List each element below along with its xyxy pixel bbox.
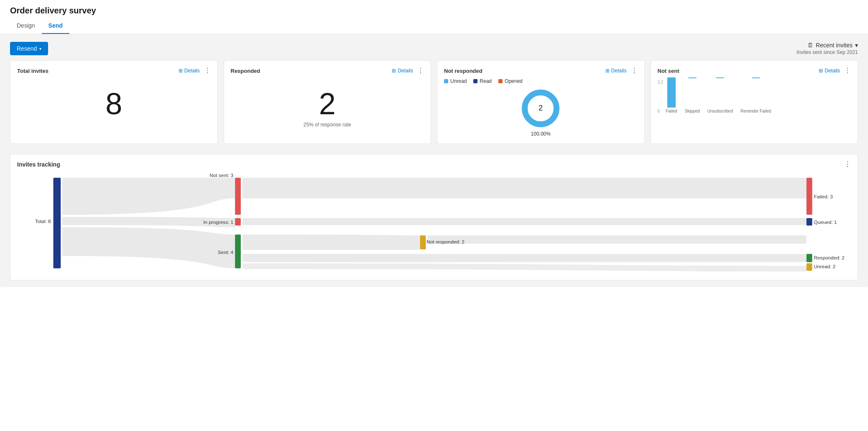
bar-skipped-label: Skipped: [685, 109, 700, 113]
responded-content: 2 25% of response rate: [231, 78, 424, 128]
legend-label-unread: Unread: [450, 78, 467, 84]
responded-more-button[interactable]: ⋮: [417, 67, 424, 74]
bar-reminder-failed: Reminder Failed: [740, 77, 771, 113]
tracking-card: Invites tracking ⋮: [10, 154, 858, 280]
svg-text:Unread: 2: Unread: 2: [814, 264, 836, 269]
y-low: 0: [658, 109, 664, 113]
y-axis: 3.2 0: [658, 80, 664, 113]
svg-text:Sent: 4: Sent: 4: [218, 249, 234, 255]
resend-label: Resend: [17, 45, 37, 52]
y-high: 3.2: [658, 80, 664, 85]
svg-text:In progress: 1: In progress: 1: [203, 219, 233, 225]
bar-skipped-rect: [688, 77, 697, 78]
bars-container: Failed Skipped Unsubscribed Reminder Fai…: [666, 80, 771, 113]
node-unread: [807, 263, 812, 271]
bar-failed-rect: [667, 77, 676, 108]
bar-reminder-failed-label: Reminder Failed: [740, 109, 771, 113]
bar-skipped: Skipped: [685, 77, 700, 113]
svg-text:Failed: 3: Failed: 3: [814, 194, 833, 199]
sankey-svg: Total: 8 Not sent: 3 In progress: 1 Sent…: [17, 173, 851, 273]
recent-invites-label: Recent invites: [816, 42, 853, 49]
legend-dot-opened: [498, 79, 503, 83]
node-in-progress: [235, 218, 241, 226]
not-sent-more-button[interactable]: ⋮: [844, 67, 851, 74]
node-not-sent: [235, 178, 241, 215]
page-title: Order delivery survey: [10, 6, 858, 15]
total-invites-more-button[interactable]: ⋮: [204, 67, 211, 74]
total-invites-card: Total invites ⊞ Details ⋮ 8: [10, 60, 218, 144]
donut-wrapper: 2 100.00%: [444, 87, 638, 137]
responded-title: Responded: [231, 68, 260, 74]
svg-text:Responded: 2: Responded: 2: [814, 255, 845, 260]
table-icon: ⊞: [392, 68, 396, 74]
not-sent-actions: ⊞ Details ⋮: [819, 67, 851, 74]
svg-text:Queued: 1: Queued: 1: [814, 219, 837, 225]
not-sent-title: Not sent: [658, 68, 679, 74]
not-responded-details-label: Details: [611, 68, 627, 74]
node-queued: [807, 218, 812, 226]
not-responded-card: Not responded ⊞ Details ⋮ Unread Read: [437, 60, 645, 144]
recent-invites-container: 🗓 Recent invites ▾ Invites sent since Se…: [797, 42, 858, 55]
total-invites-value: 8: [17, 78, 211, 125]
svg-text:2: 2: [539, 104, 543, 112]
page-wrapper: Order delivery survey Design Send Resend…: [0, 0, 868, 431]
legend-label-read: Read: [480, 78, 492, 84]
table-icon: ⊞: [179, 68, 183, 74]
node-responded: [807, 254, 812, 262]
bar-reminder-failed-rect: [752, 77, 760, 78]
bar-unsubscribed-label: Unsubscribed: [707, 109, 733, 113]
responded-card: Responded ⊞ Details ⋮ 2 25% of response …: [224, 60, 431, 144]
toolbar: Resend ▾ 🗓 Recent invites ▾ Invites sent…: [0, 34, 868, 60]
total-invites-details-label: Details: [184, 68, 200, 74]
total-invites-actions: ⊞ Details ⋮: [179, 67, 211, 74]
responded-details-label: Details: [398, 68, 413, 74]
donut-legend: Unread Read Opened: [444, 78, 638, 84]
tracking-title: Invites tracking: [17, 161, 60, 168]
table-icon: ⊞: [605, 68, 610, 74]
svg-text:Not responded: 2: Not responded: 2: [426, 239, 464, 244]
total-invites-details-button[interactable]: ⊞ Details: [179, 68, 200, 74]
svg-text:Not sent: 3: Not sent: 3: [209, 173, 233, 178]
calendar-icon: 🗓: [807, 42, 813, 49]
not-responded-actions: ⊞ Details ⋮: [605, 67, 638, 74]
not-sent-details-button[interactable]: ⊞ Details: [819, 68, 840, 74]
tracking-more-button[interactable]: ⋮: [844, 161, 851, 168]
recent-invites-button[interactable]: 🗓 Recent invites ▾: [807, 42, 858, 49]
node-sent: [235, 235, 241, 269]
node-not-responded: [420, 235, 426, 249]
total-invites-title: Total invites: [17, 68, 49, 74]
legend-label-opened: Opened: [505, 78, 523, 84]
tracking-section: Invites tracking ⋮: [0, 151, 868, 287]
donut-percentage: 100.00%: [531, 131, 551, 137]
card-header-not-responded: Not responded ⊞ Details ⋮: [444, 67, 638, 74]
responded-details-button[interactable]: ⊞ Details: [392, 68, 413, 74]
response-rate: 25% of response rate: [304, 122, 351, 128]
recent-invites-subtitle: Invites sent since Sep 2021: [797, 49, 858, 55]
node-total: [54, 178, 61, 268]
responded-value: 2: [319, 87, 336, 121]
page-header: Order delivery survey Design Send: [0, 0, 868, 34]
legend-unread: Unread: [444, 78, 467, 84]
legend-opened: Opened: [498, 78, 523, 84]
not-sent-details-label: Details: [825, 68, 840, 74]
node-failed: [807, 178, 812, 215]
table-icon: ⊞: [819, 68, 823, 74]
tab-design[interactable]: Design: [10, 19, 42, 34]
bar-failed: Failed: [666, 77, 677, 113]
sankey-area: Total: 8 Not sent: 3 In progress: 1 Sent…: [17, 173, 851, 273]
chevron-down-icon: ▾: [39, 46, 41, 51]
cards-row: Total invites ⊞ Details ⋮ 8 Responded ⊞: [0, 60, 868, 151]
legend-dot-unread: [444, 79, 448, 83]
not-responded-more-button[interactable]: ⋮: [631, 67, 638, 74]
card-header-responded: Responded ⊞ Details ⋮: [231, 67, 424, 74]
not-responded-title: Not responded: [444, 68, 483, 74]
bar-unsubscribed: Unsubscribed: [707, 77, 733, 113]
resend-button[interactable]: Resend ▾: [10, 42, 48, 55]
donut-chart: 2: [520, 87, 562, 129]
svg-text:Total: 8: Total: 8: [35, 218, 51, 224]
not-responded-details-button[interactable]: ⊞ Details: [605, 68, 627, 74]
bar-failed-label: Failed: [666, 109, 677, 113]
tab-send[interactable]: Send: [42, 19, 69, 34]
not-sent-card: Not sent ⊞ Details ⋮ 3.2 0: [651, 60, 858, 144]
tracking-header: Invites tracking ⋮: [17, 161, 851, 168]
